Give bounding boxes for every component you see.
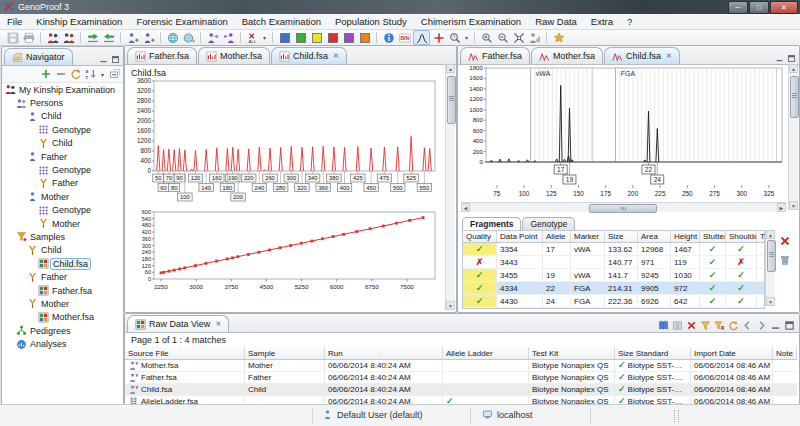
tree-item-child-fsa[interactable]: Child.fsa (2, 257, 123, 270)
tab-mother-fsa[interactable]: Mother.fsa (531, 47, 603, 64)
column-header-note[interactable]: Note (773, 347, 797, 359)
maximize-button[interactable]: □ (749, 1, 769, 14)
fragments-header[interactable]: QualityData PointAlleleMarkerSizeAreaHei… (463, 231, 764, 243)
dropdown-arrow-icon[interactable]: ▾ (99, 71, 106, 78)
bin-button[interactable]: BIN (397, 31, 412, 44)
tree-item-father[interactable]: Father (2, 150, 123, 163)
tree-item-father[interactable]: Father (2, 270, 123, 283)
column-header-data-point[interactable]: Data Point (497, 231, 543, 242)
epg-horizontal-scrollbar[interactable]: ◀▶ (461, 202, 786, 212)
refresh-button[interactable] (728, 317, 739, 335)
title-bar[interactable]: GenoProof 3 ─ □ ✕ (0, 0, 800, 14)
kinship-a-button[interactable] (45, 31, 60, 44)
tree-item-father[interactable]: Father (2, 177, 123, 190)
tree-item-mother[interactable]: Mother (2, 297, 123, 310)
view-minimize-button[interactable] (99, 50, 108, 68)
column-header-allele-ladder[interactable]: Allele Ladder (443, 347, 529, 359)
view-maximize-button[interactable] (784, 317, 795, 335)
dropdown-arrow-icon[interactable]: ▾ (261, 34, 268, 41)
tree-item-samples[interactable]: Samples (2, 230, 123, 243)
tree-item-genotype[interactable]: Genotype (2, 163, 123, 176)
save-button[interactable] (5, 31, 20, 44)
minimize-button[interactable]: ─ (728, 1, 748, 14)
tree-item-pedigrees[interactable]: Pedigrees (2, 324, 123, 337)
scroll-down-icon[interactable]: ▼ (446, 301, 455, 310)
tab-genotype[interactable]: Genotype (522, 217, 575, 230)
column-header-quality[interactable]: Quality (463, 231, 497, 242)
column-header-marker[interactable]: Marker (571, 231, 605, 242)
globe-button[interactable] (165, 31, 180, 44)
info-button[interactable] (381, 31, 396, 44)
color-square-button[interactable] (325, 31, 340, 44)
tab-child-fsa[interactable]: Child.fsa✕ (604, 47, 680, 64)
scrollbar-thumb[interactable] (767, 240, 776, 272)
scroll-down-icon[interactable]: ▼ (766, 297, 775, 306)
scrollbar-thumb[interactable] (589, 204, 657, 213)
filter-remove-button[interactable] (714, 317, 725, 335)
tree-item-father-fsa[interactable]: Father.fsa (2, 284, 123, 297)
scroll-left-icon[interactable]: ◀ (461, 203, 470, 212)
search-help-button[interactable]: ? (447, 31, 462, 44)
person-arrow-button[interactable] (205, 31, 220, 44)
print-button[interactable] (21, 31, 36, 44)
color-square-button[interactable] (309, 31, 324, 44)
person-chart-button[interactable] (527, 31, 542, 44)
tree-item-mother-fsa[interactable]: Mother.fsa (2, 311, 123, 324)
menu-item-raw-data[interactable]: Raw Data (528, 14, 584, 29)
electropherogram-chart[interactable]: 020040060080010001200140016001800vWAFGA1… (461, 66, 786, 202)
refresh-button[interactable] (69, 68, 82, 81)
filter-button[interactable] (700, 317, 711, 335)
nav-forward-button[interactable] (756, 317, 767, 335)
kinship-b-button[interactable] (61, 31, 76, 44)
scroll-down-icon[interactable]: ▼ (789, 201, 798, 210)
color-square-button[interactable] (357, 31, 372, 44)
column-header-size-standard[interactable]: Size Standard (615, 347, 691, 359)
menu-item-item[interactable]: ? (620, 14, 639, 29)
tab-child-fsa[interactable]: Child.fsa✕ (271, 47, 347, 64)
column-header-height[interactable]: Height (671, 231, 700, 242)
close-icon[interactable]: ✕ (333, 52, 339, 60)
tree-item-genotype[interactable]: Genotype (2, 204, 123, 217)
fragment-row[interactable]: ✓335417vWA133.62129681467✓✓ (463, 243, 764, 256)
column-header-sample[interactable]: Sample (245, 347, 325, 359)
fragment-row[interactable]: ✗3443140.77971119✓✗ (463, 256, 764, 269)
menu-item-kinship-examination[interactable]: Kinship Examination (29, 14, 129, 29)
fragment-row[interactable]: ✓345519vWA141.792451030✓✓ (463, 269, 764, 282)
trash-button[interactable] (777, 253, 792, 266)
column-header-stutter[interactable]: Stutter (700, 231, 726, 242)
delete-button[interactable] (777, 234, 792, 247)
scroll-up-icon[interactable]: ▲ (766, 230, 775, 239)
curve-button[interactable] (413, 30, 430, 45)
color-square-button[interactable] (277, 31, 292, 44)
scroll-right-icon[interactable]: ▶ (777, 203, 786, 212)
book-button[interactable] (658, 317, 669, 335)
tab-mother-fsa[interactable]: Mother.fsa (198, 47, 270, 64)
size-calibration-chart[interactable]: 0601201802403003604204805406002250300037… (129, 208, 439, 296)
tree-item-mother[interactable]: Mother (2, 217, 123, 230)
column-header-area[interactable]: Area (638, 231, 671, 242)
cross-red-button[interactable] (431, 31, 446, 44)
view-maximize-button[interactable] (111, 50, 120, 68)
zoom-out-button[interactable] (495, 31, 510, 44)
delete-button[interactable] (686, 317, 697, 335)
tab-fragments[interactable]: Fragments (462, 217, 521, 230)
raw-data-header[interactable]: Source FileSampleRunAllele LadderTest Ki… (125, 347, 797, 360)
plus-green-button[interactable] (39, 68, 52, 81)
tree-item-mother[interactable]: Mother (2, 190, 123, 203)
zoom-fit-button[interactable] (511, 31, 526, 44)
minus-gray-button[interactable] (54, 68, 67, 81)
tree-item-my-kinship-examination[interactable]: My Kinship Examination (2, 83, 123, 96)
menu-item-forensic-examination[interactable]: Forensic Examination (129, 14, 234, 29)
gold-badge-button[interactable] (551, 31, 566, 44)
dropdown-arrow-icon[interactable]: ▾ (463, 34, 470, 41)
collapse-all-button[interactable] (108, 68, 121, 81)
column-header-allele[interactable]: Allele (543, 231, 571, 242)
menu-item-population-study[interactable]: Population Study (328, 14, 414, 29)
sort-az-button[interactable]: az (84, 68, 97, 81)
zoom-in-button[interactable] (479, 31, 494, 44)
column-header-source-file[interactable]: Source File (125, 347, 245, 359)
raw-data-row-father-fsa[interactable]: Father.fsaFather06/06/2014 8:40:24 AMBio… (125, 372, 797, 384)
color-square-button[interactable] (293, 31, 308, 44)
ladder-assign-button[interactable] (85, 31, 100, 44)
scrollbar-thumb[interactable] (790, 76, 799, 118)
